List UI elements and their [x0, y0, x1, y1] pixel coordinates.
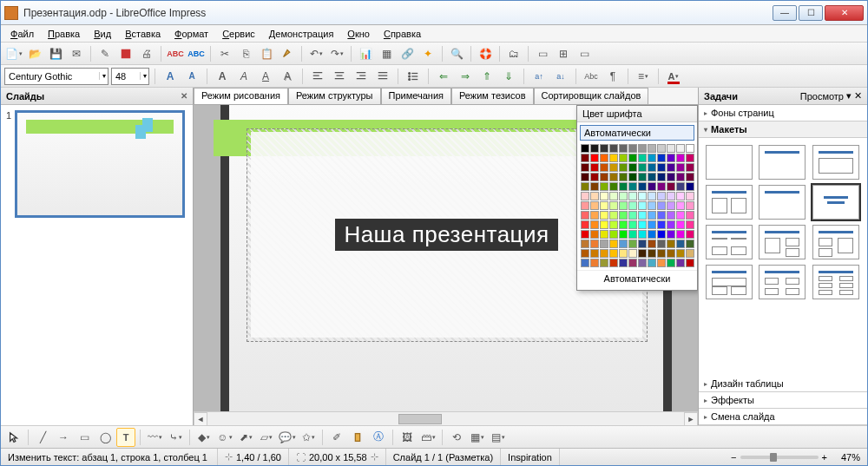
color-swatch[interactable]: [686, 201, 694, 210]
color-swatch[interactable]: [619, 144, 628, 153]
color-swatch[interactable]: [648, 211, 656, 220]
scroll-left-button[interactable]: ◄: [194, 412, 207, 426]
color-swatch[interactable]: [657, 163, 666, 172]
move-up-button[interactable]: ⇑: [477, 67, 496, 86]
layout-two-content[interactable]: [706, 185, 753, 220]
tasks-view-menu[interactable]: Просмотр: [800, 91, 844, 102]
color-swatch[interactable]: [667, 249, 675, 258]
color-swatch[interactable]: [628, 220, 637, 229]
email-button[interactable]: ✉: [67, 44, 86, 63]
color-swatch[interactable]: [609, 192, 618, 200]
zoom-in-button[interactable]: +: [822, 452, 827, 463]
color-swatch[interactable]: [609, 144, 618, 153]
ellipse-tool[interactable]: ◯: [95, 428, 115, 447]
color-swatch[interactable]: [590, 154, 599, 162]
color-swatch[interactable]: [648, 240, 656, 248]
basic-shapes-tool[interactable]: ◆▾: [194, 428, 214, 447]
scroll-thumb[interactable]: [398, 414, 442, 424]
color-swatch[interactable]: [638, 249, 647, 258]
color-swatch[interactable]: [628, 201, 637, 210]
shadow-button[interactable]: A: [278, 67, 297, 86]
color-swatch[interactable]: [600, 230, 608, 239]
color-swatch[interactable]: [657, 220, 666, 229]
font-size-combo[interactable]: 48▾: [111, 68, 149, 85]
slide-canvas[interactable]: Наша презентация Цвет шрифта Автоматичес…: [194, 105, 698, 411]
menu-view[interactable]: Вид: [88, 27, 117, 41]
color-swatch[interactable]: [619, 201, 628, 210]
color-swatch[interactable]: [657, 144, 666, 153]
color-swatch[interactable]: [609, 240, 618, 248]
color-swatch[interactable]: [628, 144, 637, 153]
color-swatch[interactable]: [581, 182, 589, 191]
color-swatch[interactable]: [667, 201, 675, 210]
color-swatch[interactable]: [638, 173, 647, 181]
align-center-button[interactable]: [330, 67, 349, 86]
color-swatch[interactable]: [619, 249, 628, 258]
color-swatch[interactable]: [657, 211, 666, 220]
tab-sorter[interactable]: Сортировщик слайдов: [534, 88, 649, 104]
color-swatch[interactable]: [590, 211, 599, 220]
color-swatch[interactable]: [619, 240, 628, 248]
color-swatch[interactable]: [657, 154, 666, 162]
color-swatch[interactable]: [676, 211, 685, 220]
layout-title-only[interactable]: [759, 185, 806, 220]
color-swatch[interactable]: [657, 259, 666, 267]
color-swatch[interactable]: [600, 163, 608, 172]
color-swatch[interactable]: [686, 220, 694, 229]
color-swatch[interactable]: [657, 249, 666, 258]
layout-four[interactable]: [759, 265, 806, 299]
color-swatch[interactable]: [590, 144, 599, 153]
color-swatch[interactable]: [628, 182, 637, 191]
zoom-button[interactable]: 🔍: [447, 44, 466, 63]
connector-tool[interactable]: ⤷▾: [166, 428, 185, 447]
color-swatch[interactable]: [686, 259, 694, 267]
color-swatch[interactable]: [676, 182, 685, 191]
slides-panel-close-icon[interactable]: ✕: [181, 91, 187, 101]
edit-mode-button[interactable]: ✎: [95, 44, 115, 63]
color-swatch[interactable]: [667, 211, 675, 220]
redo-button[interactable]: ↷▾: [327, 44, 346, 63]
superscript-button[interactable]: a↑: [529, 67, 549, 86]
color-swatch[interactable]: [676, 201, 685, 210]
maximize-button[interactable]: ☐: [799, 5, 823, 21]
color-swatch[interactable]: [676, 192, 685, 200]
color-swatch[interactable]: [609, 259, 618, 267]
color-swatch[interactable]: [590, 173, 599, 181]
arrow-tool[interactable]: →: [54, 428, 73, 447]
color-swatch[interactable]: [648, 154, 656, 162]
move-down-button[interactable]: ⇓: [499, 67, 518, 86]
color-swatch[interactable]: [590, 192, 599, 200]
layout-top-two-bottom[interactable]: [706, 265, 753, 299]
scroll-right-button[interactable]: ►: [684, 412, 698, 426]
color-swatch[interactable]: [619, 173, 628, 181]
color-swatch[interactable]: [657, 230, 666, 239]
slide-show-button[interactable]: ▭: [533, 44, 552, 63]
color-swatch[interactable]: [609, 163, 618, 172]
color-swatch[interactable]: [628, 192, 637, 200]
color-swatch[interactable]: [686, 240, 694, 248]
subscript-button[interactable]: a↓: [551, 67, 570, 86]
color-swatch[interactable]: [581, 163, 589, 172]
color-swatch[interactable]: [676, 259, 685, 267]
menu-edit[interactable]: Правка: [42, 27, 86, 41]
color-swatch[interactable]: [676, 240, 685, 248]
copy-button[interactable]: ⎘: [236, 44, 255, 63]
color-swatch[interactable]: [648, 249, 656, 258]
color-swatch[interactable]: [628, 173, 637, 181]
select-tool[interactable]: [4, 428, 23, 447]
color-swatch[interactable]: [648, 220, 656, 229]
arrange-tool[interactable]: ▤▾: [489, 428, 508, 447]
color-swatch[interactable]: [676, 230, 685, 239]
menu-help[interactable]: Справка: [378, 27, 427, 41]
color-swatch[interactable]: [609, 201, 618, 210]
from-file-tool[interactable]: 🖼: [398, 428, 417, 447]
font-color-button[interactable]: A▾: [664, 67, 683, 86]
color-swatch[interactable]: [648, 163, 656, 172]
color-swatch[interactable]: [590, 259, 599, 267]
guides-button[interactable]: ▭: [575, 44, 594, 63]
color-swatch[interactable]: [600, 182, 608, 191]
cut-button[interactable]: ✂: [215, 44, 234, 63]
color-swatch[interactable]: [667, 144, 675, 153]
menu-window[interactable]: Окно: [341, 27, 376, 41]
color-swatch[interactable]: [628, 211, 637, 220]
